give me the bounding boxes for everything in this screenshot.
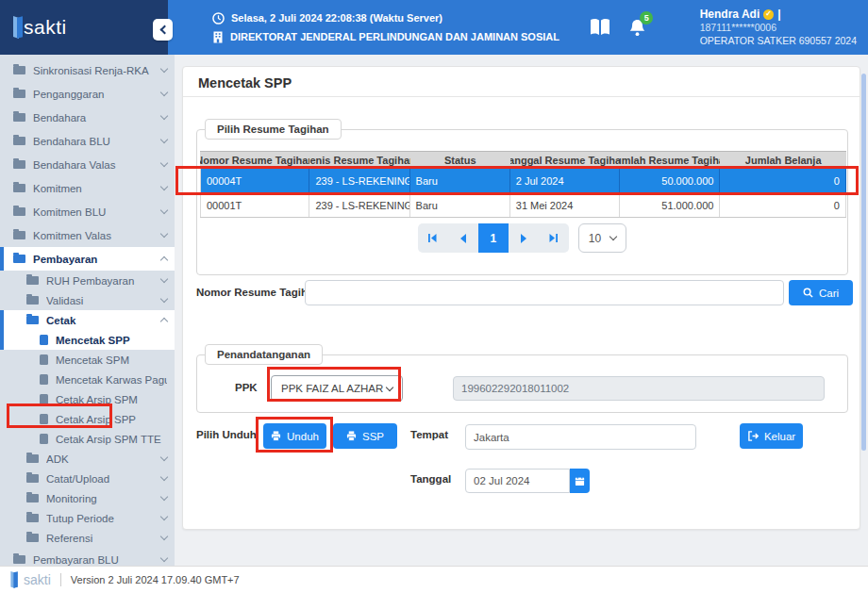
title-divider xyxy=(183,96,860,97)
pagination-page-1[interactable]: 1 xyxy=(478,223,509,253)
sidebar-item-catat-upload[interactable]: Catat/Upload xyxy=(0,469,175,488)
sidebar-item-pembayaran[interactable]: Pembayaran xyxy=(0,247,175,271)
pagination-prev-button[interactable] xyxy=(448,223,478,253)
notification-bell-icon[interactable]: 5 xyxy=(628,18,646,38)
sidebar-item-ruh-pembayaran[interactable]: RUH Pembayaran xyxy=(0,271,175,290)
first-page-icon xyxy=(427,233,438,243)
sidebar-item-bendahara-blu[interactable]: Bendahara BLU xyxy=(0,129,175,153)
sidebar-item-mencetak-karwas-pagu[interactable]: Mencetak Karwas Pagu xyxy=(0,370,175,389)
column-header-jumlah-resume-tagihan[interactable]: Jumlah Resume Tagihan xyxy=(620,152,720,168)
column-header-nomor-resume-tagihan[interactable]: Nomor Resume Tagihan xyxy=(200,152,309,168)
sidebar-item-cetak-arsip-spm-tte[interactable]: Cetak Arsip SPM TTE xyxy=(0,429,175,449)
page-size-select[interactable]: 10 xyxy=(578,223,626,253)
sidebar-item-adk[interactable]: ADK xyxy=(0,449,175,469)
sidebar-menu: Sinkronisasi Renja-RKAPenganggaranBendah… xyxy=(0,55,175,566)
sidebar-item-monitoring[interactable]: Monitoring xyxy=(0,488,175,508)
sidebar-item-label: Referensi xyxy=(46,533,154,544)
unduh-button[interactable]: Unduh xyxy=(263,423,326,449)
user-role: OPERATOR SATKER 690557 2024 xyxy=(700,34,857,47)
sidebar-item-bendahara[interactable]: Bendahara xyxy=(0,106,175,129)
keluar-button[interactable]: Keluar xyxy=(740,423,803,449)
chevron-down-icon xyxy=(160,206,168,214)
chevron-down-icon xyxy=(160,230,168,238)
calendar-button[interactable] xyxy=(570,469,590,493)
chevron-down-icon xyxy=(160,453,168,461)
sidebar-item-pembayaran-blu[interactable]: Pembayaran BLU xyxy=(0,548,175,566)
sidebar-item-sinkronisasi-renja-rka[interactable]: Sinkronisasi Renja-RKA xyxy=(0,58,175,82)
next-page-icon xyxy=(520,234,527,243)
sidebar-item-label: Mencetak Karwas Pagu xyxy=(56,374,167,386)
sidebar-item-label: Mencetak SPM xyxy=(56,354,167,366)
tempat-input[interactable] xyxy=(465,424,696,450)
chevron-down-icon xyxy=(160,513,168,520)
sidebar-item-cetak-arsip-spm[interactable]: Cetak Arsip SPM xyxy=(0,389,175,409)
file-icon xyxy=(40,434,48,444)
org-unit-text: DIREKTORAT JENDERAL PERLINDUNGAN DAN JAM… xyxy=(230,31,559,42)
sidebar-item-tutup-periode[interactable]: Tutup Periode xyxy=(0,508,175,528)
sidebar-item-label: Monitoring xyxy=(46,493,154,504)
cari-button[interactable]: Cari xyxy=(789,280,853,305)
cell-jumlah_belanja: 0 xyxy=(720,169,846,192)
resume-panel: Pilih Resume Tagihan Nomor Resume Tagiha… xyxy=(196,129,848,275)
sidebar-item-komitmen-valas[interactable]: Komitmen Valas xyxy=(0,223,175,247)
ppk-select[interactable]: PPK FAIZ AL AZHAR xyxy=(271,375,403,402)
guide-book-icon[interactable] xyxy=(589,18,611,37)
folder-icon xyxy=(13,160,25,169)
print-icon xyxy=(271,431,281,441)
tanggal-label: Tanggal xyxy=(410,473,451,485)
sidebar-item-label: Bendahara BLU xyxy=(33,136,154,147)
sidebar-item-label: Bendahara Valas xyxy=(33,159,154,171)
table-row-00004t[interactable]: 00004T239 - LS-REKENING PENYALUBaru2 Jul… xyxy=(200,169,846,193)
sidebar-item-validasi[interactable]: Validasi xyxy=(0,290,175,310)
sidebar-item-bendahara-valas[interactable]: Bendahara Valas xyxy=(0,153,175,176)
sidebar-item-komitmen[interactable]: Komitmen xyxy=(0,176,175,200)
ppk-label: PPK xyxy=(235,382,258,393)
sidebar-item-penganggaran[interactable]: Penganggaran xyxy=(0,82,175,106)
sidebar-scrollbar[interactable] xyxy=(861,74,866,451)
sidebar-item-label: Cetak Arsip SPP xyxy=(56,414,167,425)
sidebar-item-label: Validasi xyxy=(46,295,154,306)
exit-icon xyxy=(747,431,759,441)
sidebar-item-komitmen-blu[interactable]: Komitmen BLU xyxy=(0,200,175,223)
sidebar-item-label: Catat/Upload xyxy=(46,473,154,485)
pilih-unduh-label: Pilih Unduh xyxy=(196,429,257,440)
chevron-down-icon xyxy=(160,159,168,167)
column-header-tanggal-resume-tagihan[interactable]: Tanggal Resume Tagihan xyxy=(510,152,620,168)
apps-grid-icon[interactable] xyxy=(663,18,683,38)
chevron-down-icon xyxy=(160,65,168,73)
sidebar-item-mencetak-spp[interactable]: Mencetak SPP xyxy=(0,330,175,350)
sidebar-item-referensi[interactable]: Referensi xyxy=(0,528,175,548)
unduh-button-label: Unduh xyxy=(287,431,319,442)
sidebar-item-label: Tutup Periode xyxy=(46,513,154,524)
ssp-button-label: SSP xyxy=(362,431,384,442)
column-header-jumlah-belanja[interactable]: Jumlah Belanja xyxy=(720,152,846,168)
sidebar-item-cetak[interactable]: Cetak xyxy=(0,310,175,330)
sakti-logo-icon xyxy=(13,17,24,38)
sidebar-collapse-button[interactable] xyxy=(153,19,173,41)
footer-brand: sakti xyxy=(24,572,51,587)
column-header-status[interactable]: Status xyxy=(410,152,510,168)
ssp-button[interactable]: SSP xyxy=(333,423,397,449)
sidebar-item-label: Cetak Arsip SPM xyxy=(56,394,167,405)
verified-check-icon: ✓ xyxy=(763,9,774,20)
brand-block: sakti xyxy=(0,0,168,55)
pagination-next-button[interactable] xyxy=(509,223,539,253)
user-info[interactable]: Hendra Adi ✓ | 187111******0006 OPERATOR… xyxy=(700,8,862,47)
sidebar-item-label: Komitmen xyxy=(33,183,154,194)
chevron-left-icon xyxy=(159,25,169,35)
sidebar-item-cetak-arsip-spp[interactable]: Cetak Arsip SPP xyxy=(0,409,175,429)
notification-count-badge: 5 xyxy=(640,11,653,25)
pagination-last-button[interactable] xyxy=(539,223,569,253)
folder-icon xyxy=(13,90,25,98)
folder-icon xyxy=(13,113,25,122)
column-header-jenis-resume-tagihan[interactable]: Jenis Resume Tagihan xyxy=(309,152,409,168)
tanggal-input[interactable] xyxy=(465,469,570,493)
brand-text: sakti xyxy=(24,16,67,39)
sidebar-item-mencetak-spm[interactable]: Mencetak SPM xyxy=(0,350,175,370)
file-icon xyxy=(40,374,48,385)
file-icon xyxy=(40,394,48,404)
pagination-first-button[interactable] xyxy=(418,223,448,253)
table-row-00001t[interactable]: 00001T239 - LS-REKENING PENYALUBaru31 Me… xyxy=(200,193,846,218)
folder-icon xyxy=(26,276,39,285)
nomor-resume-search-input[interactable] xyxy=(305,280,784,305)
